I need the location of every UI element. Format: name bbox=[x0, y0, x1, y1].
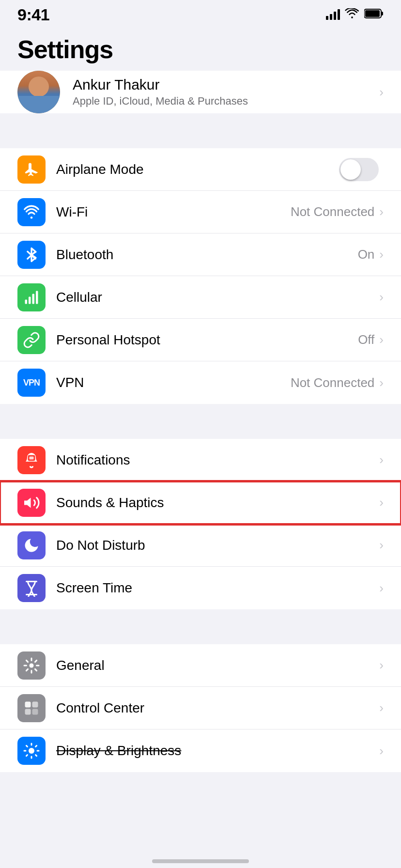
profile-info: Ankur Thakur Apple ID, iCloud, Media & P… bbox=[73, 77, 374, 108]
vpn-text: VPN bbox=[23, 378, 40, 388]
dnd-icon bbox=[17, 531, 46, 559]
wifi-settings-svg bbox=[23, 203, 40, 221]
hotspot-value: Off bbox=[358, 332, 374, 347]
vpn-value: Not Connected bbox=[291, 375, 374, 390]
general-svg bbox=[23, 657, 40, 674]
svg-rect-5 bbox=[32, 294, 35, 304]
settings-row-airplane-mode[interactable]: Airplane Mode bbox=[0, 148, 401, 191]
page-title-area: Settings bbox=[0, 26, 401, 71]
hotspot-svg bbox=[23, 331, 40, 349]
svg-rect-8 bbox=[30, 456, 34, 459]
cellular-chevron: › bbox=[379, 290, 384, 305]
signal-icon bbox=[326, 9, 340, 20]
profile-chevron: › bbox=[379, 85, 384, 100]
settings-row-wifi[interactable]: Wi-Fi Not Connected › bbox=[0, 191, 401, 233]
settings-row-sounds[interactable]: Sounds & Haptics › bbox=[0, 481, 401, 524]
airplane-mode-icon bbox=[17, 155, 46, 184]
screentime-chevron: › bbox=[379, 581, 384, 596]
general-section: General › Control Center › Display & Bri… bbox=[0, 644, 401, 772]
wifi-label: Wi-Fi bbox=[56, 204, 291, 220]
sounds-chevron: › bbox=[379, 495, 384, 510]
profile-name: Ankur Thakur bbox=[73, 77, 374, 93]
general-icon bbox=[17, 651, 46, 680]
group-divider-2 bbox=[0, 421, 401, 439]
svg-rect-1 bbox=[381, 12, 383, 16]
display-svg bbox=[23, 742, 40, 760]
wifi-settings-icon bbox=[17, 198, 46, 226]
home-indicator bbox=[152, 859, 249, 863]
cellular-icon bbox=[17, 283, 46, 311]
vpn-label: VPN bbox=[56, 375, 291, 390]
svg-rect-12 bbox=[32, 701, 38, 707]
avatar bbox=[17, 71, 60, 113]
notifications-chevron: › bbox=[379, 452, 384, 467]
cellular-label: Cellular bbox=[56, 290, 379, 305]
vpn-icon: VPN bbox=[17, 369, 46, 397]
settings-row-general[interactable]: General › bbox=[0, 644, 401, 687]
airplane-mode-toggle[interactable] bbox=[339, 158, 379, 181]
bluetooth-value: On bbox=[358, 247, 375, 262]
network-section: Airplane Mode Wi-Fi Not Connected › Blue… bbox=[0, 148, 401, 404]
status-icons bbox=[326, 8, 384, 21]
svg-point-15 bbox=[29, 748, 34, 754]
general-chevron: › bbox=[379, 658, 384, 673]
svg-rect-3 bbox=[25, 299, 28, 304]
bluetooth-chevron: › bbox=[379, 247, 384, 262]
screentime-icon bbox=[17, 574, 46, 602]
sounds-label: Sounds & Haptics bbox=[56, 495, 379, 511]
notifications-label: Notifications bbox=[56, 452, 379, 468]
settings-row-cellular[interactable]: Cellular › bbox=[0, 276, 401, 319]
svg-marker-9 bbox=[24, 497, 31, 508]
svg-rect-6 bbox=[36, 291, 38, 304]
group-divider-1 bbox=[0, 131, 401, 148]
hotspot-chevron: › bbox=[379, 332, 384, 347]
general-label: General bbox=[56, 658, 379, 673]
screentime-label: Screen Time bbox=[56, 580, 379, 596]
dnd-chevron: › bbox=[379, 538, 384, 553]
settings-row-display[interactable]: Display & Brightness › bbox=[0, 729, 401, 772]
status-bar: 9:41 bbox=[0, 0, 401, 26]
profile-subtitle: Apple ID, iCloud, Media & Purchases bbox=[73, 95, 374, 108]
settings-row-hotspot[interactable]: Personal Hotspot Off › bbox=[0, 319, 401, 361]
hotspot-label: Personal Hotspot bbox=[56, 332, 358, 348]
sounds-icon bbox=[17, 489, 46, 517]
status-time: 9:41 bbox=[17, 5, 49, 24]
dnd-svg bbox=[23, 537, 40, 554]
svg-rect-2 bbox=[365, 10, 380, 17]
profile-row[interactable]: Ankur Thakur Apple ID, iCloud, Media & P… bbox=[0, 71, 401, 113]
settings-row-vpn[interactable]: VPN VPN Not Connected › bbox=[0, 361, 401, 404]
airplane-mode-toggle-knob bbox=[340, 159, 361, 180]
cellular-svg bbox=[23, 289, 40, 306]
controlcenter-chevron: › bbox=[379, 700, 384, 715]
bluetooth-svg bbox=[23, 246, 40, 264]
profile-section[interactable]: Ankur Thakur Apple ID, iCloud, Media & P… bbox=[0, 71, 401, 113]
group-divider-3 bbox=[0, 627, 401, 644]
hotspot-icon bbox=[17, 326, 46, 354]
notif-section: Notifications › Sounds & Haptics › Do No… bbox=[0, 439, 401, 609]
airplane-svg bbox=[23, 161, 40, 178]
sounds-svg bbox=[23, 494, 40, 512]
display-chevron: › bbox=[379, 744, 384, 759]
notifications-svg bbox=[23, 451, 40, 469]
settings-row-controlcenter[interactable]: Control Center › bbox=[0, 687, 401, 729]
airplane-mode-label: Airplane Mode bbox=[56, 162, 339, 177]
svg-rect-14 bbox=[32, 709, 38, 714]
controlcenter-svg bbox=[23, 699, 40, 717]
svg-rect-13 bbox=[25, 709, 31, 714]
screentime-svg bbox=[23, 579, 40, 597]
settings-row-notifications[interactable]: Notifications › bbox=[0, 439, 401, 481]
settings-row-dnd[interactable]: Do Not Disturb › bbox=[0, 524, 401, 567]
vpn-chevron: › bbox=[379, 375, 384, 390]
wifi-icon bbox=[345, 8, 359, 21]
dnd-label: Do Not Disturb bbox=[56, 538, 379, 553]
battery-icon bbox=[364, 8, 384, 21]
bluetooth-icon bbox=[17, 241, 46, 269]
svg-rect-11 bbox=[25, 701, 31, 707]
display-label: Display & Brightness bbox=[56, 743, 379, 759]
page-title: Settings bbox=[17, 35, 384, 64]
notifications-icon bbox=[17, 446, 46, 474]
controlcenter-label: Control Center bbox=[56, 700, 379, 716]
settings-row-bluetooth[interactable]: Bluetooth On › bbox=[0, 233, 401, 276]
settings-row-screentime[interactable]: Screen Time › bbox=[0, 567, 401, 609]
wifi-chevron: › bbox=[379, 204, 384, 219]
